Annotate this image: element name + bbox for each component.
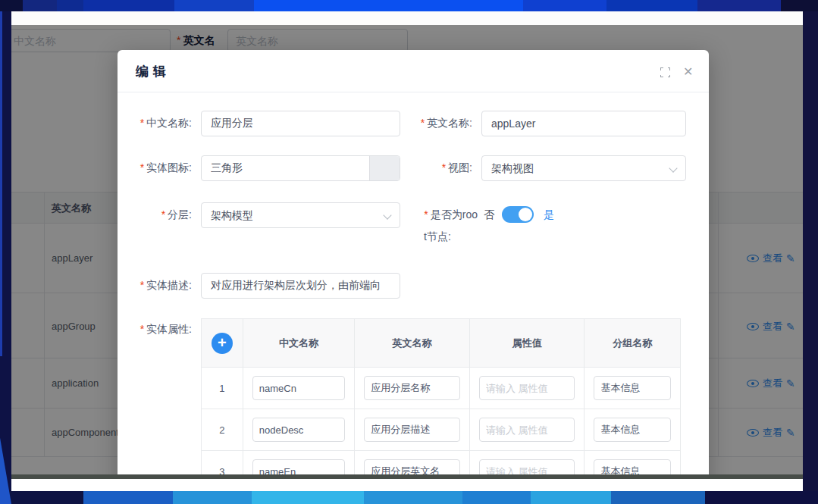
decor-segment <box>252 491 364 504</box>
layer-select[interactable]: 架构模型 <box>201 202 400 228</box>
attr-group-input[interactable] <box>594 376 671 400</box>
fullscreen-icon-mask <box>663 66 668 79</box>
decor-segment <box>781 0 818 11</box>
left-corner-wedge <box>0 409 11 504</box>
entity-icon-field <box>201 155 400 181</box>
required-asterisk: * <box>140 117 144 129</box>
name-en-label: *英文名称: <box>409 117 472 130</box>
required-asterisk: * <box>424 208 428 221</box>
decor-segment <box>364 491 462 504</box>
close-icon[interactable]: ✕ <box>683 64 693 79</box>
is-root-label-line2: t节点: <box>415 230 460 244</box>
entity-icon-label: *实体图标: <box>118 161 192 175</box>
row-index: 2 <box>202 409 243 450</box>
required-asterisk: * <box>421 117 425 129</box>
decor-segment <box>254 0 523 11</box>
decor-segment <box>705 491 818 504</box>
app-window-top-strip <box>11 11 803 25</box>
add-attribute-button[interactable]: + <box>212 333 233 354</box>
entity-attrs-label: *实体属性: <box>118 323 192 337</box>
attr-value-input[interactable] <box>479 418 575 442</box>
decor-segment <box>174 0 254 11</box>
chevron-down-icon <box>383 211 391 219</box>
is-root-toggle[interactable] <box>502 206 534 223</box>
top-decor-bar <box>0 0 818 11</box>
attr-en-input[interactable] <box>364 418 460 442</box>
name-en-input[interactable] <box>481 111 686 136</box>
page-viewport: *英文名 英文名称 appLayer appGroup application … <box>11 25 803 474</box>
decor-segment <box>462 491 531 504</box>
attr-cn-input[interactable] <box>252 459 346 474</box>
right-frame <box>803 11 818 491</box>
attribute-row: 1 <box>202 367 680 409</box>
view-select[interactable]: 架构视图 <box>481 155 686 181</box>
decor-segment <box>531 491 611 504</box>
required-asterisk: * <box>140 161 144 174</box>
dialog-header: 编辑 ✕ <box>118 50 709 92</box>
decor-segment <box>0 0 23 11</box>
attr-cn-input[interactable] <box>252 418 346 442</box>
attr-value-input[interactable] <box>479 459 575 474</box>
attr-group-input[interactable] <box>594 459 671 474</box>
attr-value-input[interactable] <box>479 376 575 400</box>
view-label: *视图: <box>409 161 472 175</box>
attr-group-input[interactable] <box>594 418 671 442</box>
toggle-off-text: 否 <box>484 208 494 222</box>
entity-desc-label: *实体描述: <box>118 279 192 293</box>
view-select-value: 架构视图 <box>491 162 534 174</box>
window-bottom-edge <box>11 474 803 479</box>
attribute-table-header: + 中文名称 英文名称 属性值 分组名称 <box>202 319 680 367</box>
header-cn-name: 中文名称 <box>243 319 356 367</box>
entity-desc-input[interactable] <box>201 273 400 299</box>
desktop-background: *英文名 英文名称 appLayer appGroup application … <box>0 0 818 504</box>
decor-segment <box>23 0 57 11</box>
attr-en-input[interactable] <box>364 376 460 400</box>
decor-segment <box>697 0 781 11</box>
decor-segment <box>173 491 252 504</box>
attribute-row: 3 <box>202 450 680 474</box>
chevron-down-icon <box>669 164 677 172</box>
layer-label: *分层: <box>118 208 192 222</box>
toggle-on-text: 是 <box>544 208 554 222</box>
layer-select-value: 架构模型 <box>211 209 253 221</box>
required-asterisk: * <box>161 208 165 221</box>
name-cn-input[interactable] <box>201 111 400 136</box>
app-window-bottom-strip <box>11 479 803 491</box>
decor-segment <box>523 0 606 11</box>
decor-segment <box>57 0 83 11</box>
row-index: 1 <box>202 368 243 409</box>
fullscreen-icon[interactable] <box>660 67 670 77</box>
required-asterisk: * <box>140 279 144 291</box>
edit-dialog: 编辑 ✕ *中文名称: *英文名称: *实体图标: <box>118 50 709 474</box>
required-asterisk: * <box>442 161 446 174</box>
left-frame-accent <box>0 11 2 356</box>
decor-segment <box>606 0 697 11</box>
icon-picker-suffix[interactable] <box>369 156 400 180</box>
row-index: 3 <box>202 451 243 474</box>
bottom-decor-bar <box>0 491 818 504</box>
attribute-row: 2 <box>202 409 680 450</box>
attr-cn-input[interactable] <box>252 376 346 400</box>
toggle-knob <box>519 208 532 221</box>
header-attr-value: 属性值 <box>470 319 585 367</box>
add-attribute-cell: + <box>202 319 243 367</box>
decor-segment <box>0 491 83 504</box>
name-cn-label: *中文名称: <box>118 117 192 130</box>
dialog-title: 编辑 <box>136 63 171 80</box>
is-root-label: *是否为roo <box>415 208 478 222</box>
header-group-name: 分组名称 <box>585 319 680 367</box>
required-asterisk: * <box>140 323 144 335</box>
decor-segment <box>83 491 173 504</box>
decor-segment <box>83 0 174 11</box>
header-en-name: 英文名称 <box>355 319 470 367</box>
attr-en-input[interactable] <box>364 459 460 474</box>
attribute-table: + 中文名称 英文名称 属性值 分组名称 1 2 <box>201 318 681 474</box>
decor-segment <box>611 491 705 504</box>
